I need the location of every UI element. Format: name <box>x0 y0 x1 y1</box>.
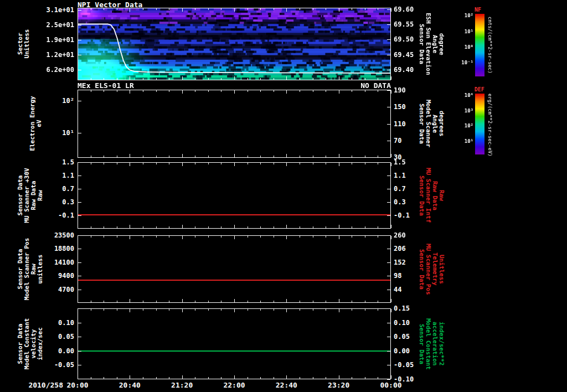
x-tick-bottom <box>221 301 221 302</box>
x-tick-bottom <box>156 78 157 80</box>
x-tick-top <box>260 309 261 311</box>
y-tick-right <box>387 235 390 236</box>
mu-scanner-30v-raw-line <box>78 214 390 215</box>
x-tick-top <box>286 8 287 12</box>
x-tick-top <box>221 236 221 238</box>
mu-scanner-left-axis-label: Sensor Data MU Scanner +30V Raw Data Raw <box>17 168 44 223</box>
x-tick-top <box>169 163 169 164</box>
x-tick-top <box>130 8 130 12</box>
y-tick-left <box>78 70 81 70</box>
x-tick-top <box>182 309 183 312</box>
x-tick-bottom <box>260 226 261 228</box>
science-plot-screen: NPI Vector Data Sector Unitless Sensor D… <box>0 0 567 392</box>
x-tick-top <box>91 309 91 311</box>
y-tick-right <box>387 365 390 365</box>
colorbar-def <box>475 94 484 154</box>
x-tick-top <box>300 90 300 92</box>
y-tick-right <box>387 290 390 290</box>
x-tick-bottom <box>221 377 221 379</box>
x-tick-bottom <box>274 156 274 157</box>
x-tick-top <box>300 163 300 164</box>
x-tick-bottom <box>78 225 78 228</box>
x-tick-top <box>208 163 209 164</box>
y-tick-left <box>78 25 81 25</box>
x-tick-bottom <box>91 377 91 379</box>
x-tick-bottom <box>221 156 221 157</box>
x-tick-bottom <box>182 76 183 80</box>
els-right-axis-label: Sensor Data Model Scanner Angle degrees <box>418 90 445 158</box>
x-tick-bottom <box>91 156 91 157</box>
scanner-pos-left-axis-label: Sensor Data Model Scanner Pos Raw unitle… <box>17 238 44 301</box>
x-tick-top <box>274 163 274 164</box>
y-tick-left <box>78 351 81 352</box>
y-tick-right <box>387 162 390 163</box>
x-tick-top <box>339 90 339 94</box>
x-tick-bottom <box>248 156 248 157</box>
y-tick-label-right: 150 <box>394 103 406 111</box>
colorbar-def-title: DEF <box>475 86 484 92</box>
y-tick-left <box>78 262 81 263</box>
x-tick-top <box>326 90 326 92</box>
y-tick-left <box>78 337 81 337</box>
x-tick-bottom <box>300 377 300 379</box>
y-tick-right <box>387 215 390 216</box>
time-tick-label: 20:40 <box>119 381 141 389</box>
x-tick-top <box>117 90 117 92</box>
y-tick-left <box>78 365 81 365</box>
x-tick-bottom <box>182 299 183 302</box>
y-tick-right <box>387 124 390 125</box>
x-tick-top <box>248 8 248 10</box>
y-tick-right <box>387 337 390 337</box>
colorbar-nf <box>475 14 484 76</box>
y-tick-right <box>387 141 390 141</box>
x-tick-top <box>91 90 91 92</box>
y-tick-label-left: 4700 <box>58 286 74 293</box>
x-tick-bottom <box>352 226 352 228</box>
x-tick-top <box>156 163 157 164</box>
x-tick-top <box>378 309 378 311</box>
x-tick-top <box>260 236 261 238</box>
y-tick-right <box>387 202 390 203</box>
x-tick-top <box>78 8 78 12</box>
y-tick-left <box>78 10 81 11</box>
time-tick-label: 21:20 <box>171 381 193 389</box>
x-tick-bottom <box>104 377 104 379</box>
y-tick-left <box>78 40 81 40</box>
x-tick-bottom <box>326 156 326 157</box>
x-tick-bottom <box>104 78 104 80</box>
x-tick-bottom <box>208 78 209 80</box>
colorbar-tick-label: 10¹ <box>465 138 473 144</box>
x-tick-top <box>78 236 78 239</box>
y-tick-label-left: 1.2e+01 <box>46 51 74 59</box>
x-tick-bottom <box>365 78 365 80</box>
x-tick-bottom <box>326 78 326 80</box>
x-tick-bottom <box>130 76 130 80</box>
y-tick-right <box>387 9 390 10</box>
x-tick-top <box>313 309 313 311</box>
x-tick-bottom <box>117 78 117 80</box>
x-tick-top <box>208 90 209 92</box>
y-tick-label-right: 260 <box>394 231 406 239</box>
x-tick-bottom <box>169 226 169 228</box>
x-tick-top <box>286 163 287 166</box>
y-tick-left <box>78 215 81 216</box>
x-tick-bottom <box>286 225 287 228</box>
x-tick-bottom <box>352 377 352 379</box>
x-tick-top <box>286 90 287 94</box>
x-tick-bottom <box>91 301 91 302</box>
x-tick-bottom <box>274 377 274 379</box>
x-tick-top <box>352 236 352 238</box>
x-tick-top <box>143 309 143 311</box>
x-tick-top <box>339 163 339 166</box>
x-tick-top <box>391 90 391 94</box>
y-tick-label-right: 152 <box>394 259 406 266</box>
y-tick-right <box>387 323 390 323</box>
x-tick-top <box>195 236 195 238</box>
x-tick-bottom <box>169 377 169 379</box>
x-tick-bottom <box>300 78 300 80</box>
y-tick-left <box>78 249 81 249</box>
x-tick-bottom <box>78 375 78 379</box>
x-tick-top <box>274 90 274 92</box>
x-tick-top <box>208 8 209 10</box>
x-tick-bottom <box>156 226 157 228</box>
